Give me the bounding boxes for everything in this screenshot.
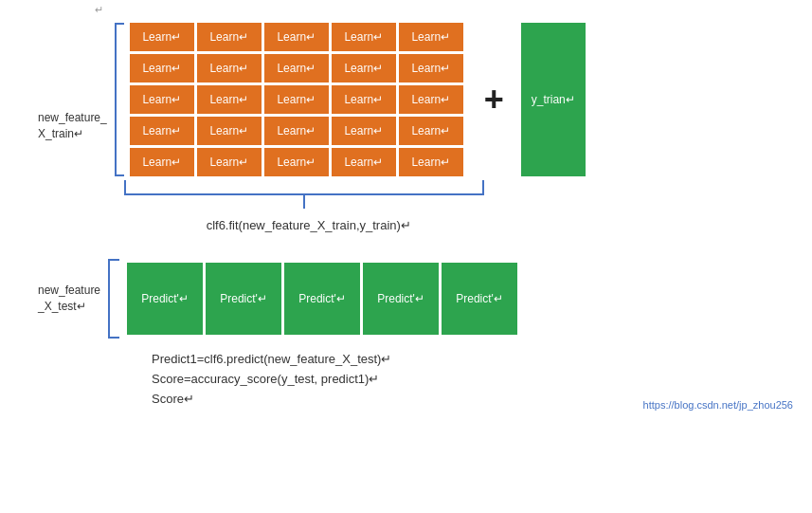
predict-grid: Predict'↵Predict'↵Predict'↵Predict'↵Pred… xyxy=(123,259,521,339)
plus-icon: + xyxy=(484,80,504,119)
learn-cell: Learn↵ xyxy=(332,54,396,82)
x-train-label: new_feature_ X_train↵ xyxy=(38,110,107,142)
arrow-topleft: ↵ xyxy=(95,4,103,16)
learn-cell: Learn↵ xyxy=(264,148,329,176)
predict-cell: Predict'↵ xyxy=(442,263,517,335)
learn-cell: Learn↵ xyxy=(332,117,396,145)
predict-cell: Predict'↵ xyxy=(127,263,203,335)
learn-cell: Learn↵ xyxy=(197,54,262,82)
learn-cell: Learn↵ xyxy=(197,148,262,176)
learn-cell: Learn↵ xyxy=(130,148,194,176)
learn-cell: Learn↵ xyxy=(130,85,194,114)
learn-cell: Learn↵ xyxy=(264,85,329,114)
watermark: https://blog.csdn.net/jp_zhou256 xyxy=(643,399,793,411)
fit-label: clf6.fit(new_feature_X_train,y_train)↵ xyxy=(207,218,411,232)
learn-cell: Learn↵ xyxy=(332,85,396,114)
learn-cell: Learn↵ xyxy=(332,23,396,51)
left-bracket-bottom xyxy=(108,259,119,339)
bottom-section: new_feature _X_test↵ Predict'↵Predict'↵P… xyxy=(38,259,793,339)
learn-cell: Learn↵ xyxy=(197,23,262,51)
predict-cell: Predict'↵ xyxy=(206,263,281,335)
learn-cell: Learn↵ xyxy=(264,23,329,51)
orange-grid: Learn↵Learn↵Learn↵Learn↵Learn↵Learn↵Lear… xyxy=(126,19,467,180)
left-bracket xyxy=(115,23,124,176)
predict-line2: Score=accuracy_score(y_test, predict1)↵ xyxy=(152,370,793,390)
x-test-label: new_feature _X_test↵ xyxy=(38,283,100,315)
learn-cell: Learn↵ xyxy=(399,85,463,114)
learn-cell: Learn↵ xyxy=(197,117,262,145)
bottom-bracket xyxy=(124,180,484,195)
learn-cell: Learn↵ xyxy=(399,23,463,51)
learn-cell: Learn↵ xyxy=(197,85,262,114)
predict-cell: Predict'↵ xyxy=(284,263,360,335)
learn-cell: Learn↵ xyxy=(130,117,194,145)
predict-line1: Predict1=clf6.predict(new_feature_X_test… xyxy=(152,350,793,370)
learn-cell: Learn↵ xyxy=(332,148,396,176)
learn-cell: Learn↵ xyxy=(130,54,194,82)
learn-cell: Learn↵ xyxy=(399,148,463,176)
learn-cell: Learn↵ xyxy=(399,117,463,145)
learn-cell: Learn↵ xyxy=(264,117,329,145)
learn-cell: Learn↵ xyxy=(399,54,463,82)
top-section: new_feature_ X_train↵ Learn↵Learn↵Learn↵… xyxy=(38,19,793,232)
learn-cell: Learn↵ xyxy=(264,54,329,82)
predict-cell: Predict'↵ xyxy=(363,263,439,335)
y-train-block: y_trian↵ xyxy=(521,23,586,176)
learn-cell: Learn↵ xyxy=(130,23,194,51)
main-container: ↵ new_feature_ X_train↵ Learn↵Learn↵Lear… xyxy=(0,0,812,418)
